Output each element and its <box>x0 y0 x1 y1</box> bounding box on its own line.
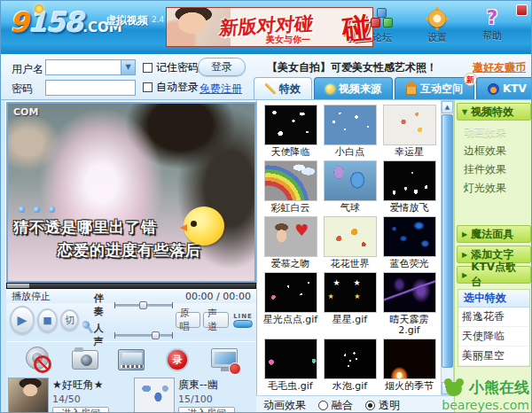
site-watermark: 小熊在线 beareyes.com <box>442 378 529 412</box>
effect-thumbnail-fireworks[interactable] <box>383 339 436 379</box>
effect-thumbnail-balloons[interactable] <box>324 160 377 201</box>
channel-button[interactable]: 声道 <box>203 312 229 328</box>
prohibit-icon <box>34 355 51 373</box>
scrollbar-thumb[interactable] <box>442 114 453 368</box>
effect-thumbnail-rainbow-clouds[interactable] <box>264 160 317 201</box>
room-item[interactable]: 廣東--幽 15/100 进入房间 <box>134 378 254 413</box>
combo-dropdown-icon[interactable]: ▼ <box>121 60 135 74</box>
enter-room-button[interactable]: 进入房间 <box>178 407 235 413</box>
effect-thumbnail-blue-glow[interactable] <box>383 216 436 257</box>
nav-settings[interactable]: 设置 <box>419 8 455 44</box>
nav-help[interactable]: ? 帮助 <box>474 8 510 44</box>
effect-thumbnail-stars[interactable] <box>324 272 377 313</box>
effect-item[interactable]: 毛毛虫.gif <box>261 339 320 392</box>
selected-effect-item[interactable]: 天使降临 <box>458 327 529 347</box>
room-thumbnail[interactable] <box>8 378 49 413</box>
sidebar-item-border-effects[interactable]: 边框效果 <box>464 142 532 160</box>
invite-friends-link[interactable]: 邀好友赚币 <box>473 60 526 75</box>
effect-item[interactable]: 晴天霹雳2.gif <box>379 272 439 336</box>
effect-item[interactable]: 星光点点.gif <box>261 272 320 336</box>
radio-blend-circle[interactable] <box>318 401 328 410</box>
settings-gear-icon <box>426 8 448 29</box>
tab-effects[interactable]: 特效 <box>254 77 312 99</box>
stop-button[interactable]: ■ <box>37 308 58 332</box>
auto-login-checkbox[interactable] <box>143 82 153 92</box>
effect-item[interactable]: 星星.gif <box>320 272 379 336</box>
vocal-slider-thumb[interactable] <box>152 331 160 339</box>
original-vocal-button[interactable]: 原唱 <box>176 312 201 328</box>
auto-login-option[interactable]: 自动登录 <box>143 80 199 95</box>
effect-thumbnail-caterpillar[interactable] <box>264 339 317 379</box>
password-input[interactable] <box>45 80 136 96</box>
effect-thumbnail-bubbles[interactable] <box>324 339 377 379</box>
snapshot-button[interactable] <box>68 345 102 375</box>
effect-item[interactable]: 爱慕之吻 <box>261 216 320 269</box>
sidebar-item-animation-effects[interactable]: 动画效果 <box>464 123 532 142</box>
disable-camera-button[interactable] <box>21 345 55 375</box>
corner-icon[interactable] <box>516 4 528 16</box>
username-input[interactable]: ▼ <box>45 59 136 75</box>
effects-grid: 天使降临 小白点 幸运星 彩虹白云 气球 爱情放飞 爱慕之吻 花花世界 蓝色荧光… <box>257 100 441 394</box>
effect-thumbnail-flower-world[interactable] <box>324 216 377 257</box>
effect-thumbnail-lucky-stars[interactable] <box>383 105 436 145</box>
radio-transparent-circle[interactable] <box>365 401 375 410</box>
banner-subtitle: 美女与你一 <box>266 34 310 46</box>
effect-thumbnail-love-flying[interactable] <box>383 160 436 201</box>
effect-item[interactable]: 天使降临 <box>261 105 320 158</box>
play-button[interactable]: ▶ <box>10 306 35 334</box>
logo-tagline: 虚拟视频 <box>106 13 148 28</box>
effect-item[interactable]: 气球 <box>320 160 379 214</box>
remember-password-option[interactable]: 记住密码 <box>143 60 199 75</box>
effect-item[interactable]: 爱情放飞 <box>379 160 439 214</box>
effect-thumbnail-angel-sparkles[interactable] <box>264 105 317 145</box>
effect-item[interactable]: 小白点 <box>320 105 379 158</box>
section-video-effects[interactable]: ▼ 视频特效 <box>457 103 531 121</box>
login-button[interactable]: 登录 <box>198 58 246 76</box>
section-magic-mask[interactable]: ▶ 魔法面具 <box>457 225 531 243</box>
sidebar-item-pendant-effects[interactable]: 挂件效果 <box>464 160 532 179</box>
effect-item[interactable]: 水泡.gif <box>320 339 379 392</box>
effect-item[interactable]: 烟火的季节 <box>379 339 439 392</box>
remember-checkbox[interactable] <box>143 63 153 73</box>
sidebar-item-light-effects[interactable]: 灯光效果 <box>464 179 532 198</box>
effect-item[interactable]: 蓝色荧光 <box>379 216 439 269</box>
help-question-icon: ? <box>487 8 498 27</box>
line-toggle[interactable]: LINE <box>233 313 253 328</box>
effects-scrollbar[interactable]: ▲ ▼ <box>441 100 454 395</box>
radio-transparent[interactable]: 透明 <box>365 398 400 413</box>
record-button[interactable]: 录 <box>160 345 194 375</box>
tab-ktv[interactable]: KTV <box>476 77 532 99</box>
effect-label: 天使降临 <box>262 147 320 158</box>
scroll-up-icon[interactable]: ▲ <box>442 101 453 113</box>
video-progress-bar[interactable] <box>6 283 256 289</box>
effect-item[interactable]: 花花世界 <box>320 216 379 269</box>
effect-item[interactable]: 彩虹白云 <box>261 160 320 214</box>
effect-item[interactable]: 幸运星 <box>379 105 439 158</box>
effect-thumbnail-lightning[interactable] <box>383 272 436 313</box>
network-monitor-button[interactable] <box>207 345 241 375</box>
room-item[interactable]: ★好旺角★ 14/50 进入房间 <box>8 378 129 413</box>
switch-button[interactable]: 切 <box>60 309 79 331</box>
effect-thumbnail-white-dots[interactable] <box>324 105 377 145</box>
section-ktv-playlist[interactable]: ▶ KTV点歌台 <box>457 266 531 284</box>
effect-label: 晴天霹雳2.gif <box>380 315 439 336</box>
register-link[interactable]: 免费注册 <box>200 82 242 97</box>
enter-room-button[interactable]: 进入房间 <box>52 407 109 413</box>
line-toggle-bar[interactable] <box>233 320 253 328</box>
ad-banner[interactable]: 新版对对碰 美女与你一 碰 <box>166 7 373 47</box>
webcam-video[interactable]: COM 猜不透是哪里出了错 恋爱的进度有些落后 <box>6 102 256 283</box>
selected-effect-item[interactable]: 美丽星空 <box>458 347 529 366</box>
room-thumbnail[interactable] <box>134 378 175 413</box>
effect-thumbnail-starlight-dots[interactable] <box>264 272 317 313</box>
nav-help-label: 帮助 <box>482 29 502 43</box>
accompaniment-slider-thumb[interactable] <box>139 301 147 309</box>
video-frame-button[interactable] <box>114 345 148 375</box>
effect-thumbnail-admire-kiss[interactable] <box>264 216 317 257</box>
tab-video-source[interactable]: 视频来源 <box>314 77 393 99</box>
vocal-slider[interactable] <box>114 334 173 337</box>
radio-blend[interactable]: 融合 <box>318 398 353 413</box>
accompaniment-slider[interactable] <box>114 304 173 307</box>
selected-effect-item[interactable]: 摇逸花香 <box>458 308 529 327</box>
tab-interactive-space[interactable]: 互动空间 新 <box>395 77 474 99</box>
nav-forum[interactable]: 论坛 <box>364 8 400 44</box>
